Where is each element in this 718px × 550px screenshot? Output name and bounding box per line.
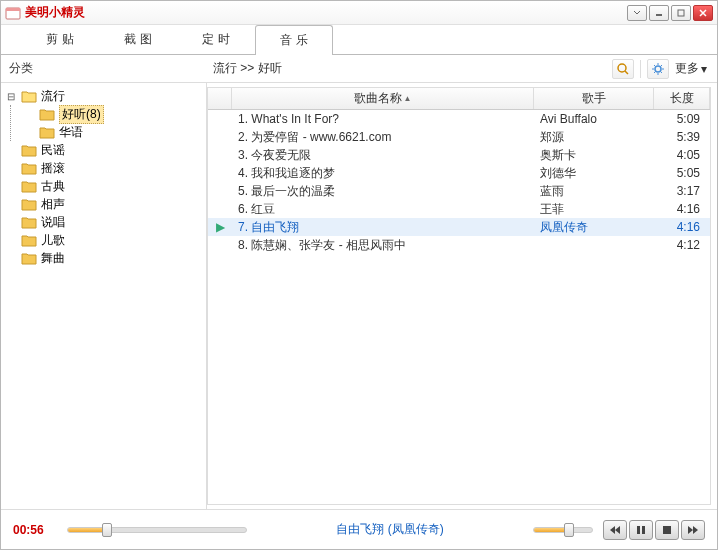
folder-icon xyxy=(21,215,37,229)
playback-time: 00:56 xyxy=(13,523,57,537)
search-button[interactable] xyxy=(612,59,634,79)
song-row[interactable]: 1. What's In It For?Avi Buffalo5:09 xyxy=(208,110,710,128)
tree-label: 华语 xyxy=(59,124,83,141)
svg-rect-1 xyxy=(6,8,20,11)
song-list: 1. What's In It For?Avi Buffalo5:092. 为爱… xyxy=(208,110,710,504)
tree-item[interactable]: 民谣 xyxy=(1,141,206,159)
song-artist: Avi Buffalo xyxy=(534,112,654,126)
toolbar: 分类 流行 >> 好听 更多▾ xyxy=(1,55,717,83)
playing-icon: ▶ xyxy=(208,220,232,234)
song-length: 5:05 xyxy=(654,166,710,180)
maximize-button[interactable] xyxy=(671,5,691,21)
svg-rect-7 xyxy=(642,526,645,534)
tree-item[interactable]: 好听(8) xyxy=(19,105,206,123)
next-button[interactable] xyxy=(681,520,705,540)
chevron-down-icon: ▾ xyxy=(701,62,707,76)
folder-icon xyxy=(21,197,37,211)
dropdown-button[interactable] xyxy=(627,5,647,21)
svg-rect-2 xyxy=(656,14,662,16)
folder-icon xyxy=(21,89,37,103)
player-bar: 00:56 自由飞翔 (凤凰传奇) xyxy=(1,509,717,549)
tree-label: 民谣 xyxy=(41,142,65,159)
sort-asc-icon: ▲ xyxy=(404,94,412,103)
tree-item[interactable]: 华语 xyxy=(19,123,206,141)
song-name: 6. 红豆 xyxy=(232,201,534,218)
category-tree: ⊟流行好听(8)华语民谣摇滚古典相声说唱儿歌舞曲 xyxy=(1,83,207,509)
song-length: 4:16 xyxy=(654,202,710,216)
song-length: 5:39 xyxy=(654,130,710,144)
tree-item[interactable]: 说唱 xyxy=(1,213,206,231)
song-row[interactable]: 8. 陈慧娴、张学友 - 相思风雨中4:12 xyxy=(208,236,710,254)
titlebar: 美明小精灵 xyxy=(1,1,717,25)
song-artist: 郑源 xyxy=(534,129,654,146)
song-artist: 王菲 xyxy=(534,201,654,218)
svg-rect-6 xyxy=(637,526,640,534)
song-row[interactable]: 6. 红豆王菲4:16 xyxy=(208,200,710,218)
more-dropdown[interactable]: 更多▾ xyxy=(675,60,707,77)
song-list-panel: 歌曲名称▲ 歌手 长度 1. What's In It For?Avi Buff… xyxy=(207,87,711,505)
song-name: 7. 自由飞翔 xyxy=(232,219,534,236)
song-length: 3:17 xyxy=(654,184,710,198)
song-length: 5:09 xyxy=(654,112,710,126)
song-row[interactable]: 3. 今夜爱无限奥斯卡4:05 xyxy=(208,146,710,164)
tree-label: 说唱 xyxy=(41,214,65,231)
folder-icon xyxy=(21,179,37,193)
col-name[interactable]: 歌曲名称▲ xyxy=(232,88,534,109)
song-artist: 凤凰传奇 xyxy=(534,219,654,236)
tree-item[interactable]: 舞曲 xyxy=(1,249,206,267)
tab-2[interactable]: 定 时 xyxy=(177,24,255,54)
now-playing-label: 自由飞翔 (凤凰传奇) xyxy=(257,521,523,538)
tab-3[interactable]: 音 乐 xyxy=(255,25,333,55)
song-row[interactable]: 4. 我和我追逐的梦刘德华5:05 xyxy=(208,164,710,182)
tree-label: 摇滚 xyxy=(41,160,65,177)
svg-point-4 xyxy=(618,64,626,72)
song-length: 4:16 xyxy=(654,220,710,234)
tree-label: 舞曲 xyxy=(41,250,65,267)
pause-button[interactable] xyxy=(629,520,653,540)
prev-button[interactable] xyxy=(603,520,627,540)
tree-label: 好听(8) xyxy=(59,105,104,124)
volume-slider[interactable] xyxy=(533,527,593,533)
tree-label: 相声 xyxy=(41,196,65,213)
stop-button[interactable] xyxy=(655,520,679,540)
tree-item[interactable]: 儿歌 xyxy=(1,231,206,249)
tree-label: 流行 xyxy=(41,88,65,105)
col-play[interactable] xyxy=(208,88,232,109)
svg-rect-3 xyxy=(678,10,684,16)
folder-icon xyxy=(39,125,55,139)
app-icon xyxy=(5,5,21,21)
main-tabs: 剪 贴截 图定 时音 乐 xyxy=(1,25,717,55)
folder-icon xyxy=(21,143,37,157)
app-title: 美明小精灵 xyxy=(25,4,627,21)
svg-rect-8 xyxy=(663,526,671,534)
progress-slider[interactable] xyxy=(67,527,247,533)
song-artist: 奥斯卡 xyxy=(534,147,654,164)
song-row[interactable]: 5. 最后一次的温柔蓝雨3:17 xyxy=(208,182,710,200)
song-length: 4:12 xyxy=(654,238,710,252)
tree-item[interactable]: ⊟流行 xyxy=(1,87,206,105)
tree-item[interactable]: 摇滚 xyxy=(1,159,206,177)
minimize-button[interactable] xyxy=(649,5,669,21)
breadcrumb: 流行 >> 好听 xyxy=(207,60,612,77)
tree-item[interactable]: 相声 xyxy=(1,195,206,213)
folder-icon xyxy=(21,251,37,265)
col-artist[interactable]: 歌手 xyxy=(534,88,654,109)
song-name: 1. What's In It For? xyxy=(232,112,534,126)
collapse-icon: ⊟ xyxy=(5,91,17,102)
tree-label: 儿歌 xyxy=(41,232,65,249)
settings-button[interactable] xyxy=(647,59,669,79)
tab-0[interactable]: 剪 贴 xyxy=(21,24,99,54)
song-name: 5. 最后一次的温柔 xyxy=(232,183,534,200)
song-name: 4. 我和我追逐的梦 xyxy=(232,165,534,182)
col-length[interactable]: 长度 xyxy=(654,88,710,109)
song-artist: 刘德华 xyxy=(534,165,654,182)
song-row[interactable]: 2. 为爱停留 - www.6621.com郑源5:39 xyxy=(208,128,710,146)
close-button[interactable] xyxy=(693,5,713,21)
song-name: 3. 今夜爱无限 xyxy=(232,147,534,164)
svg-point-5 xyxy=(655,66,661,72)
song-artist: 蓝雨 xyxy=(534,183,654,200)
song-name: 2. 为爱停留 - www.6621.com xyxy=(232,129,534,146)
tab-1[interactable]: 截 图 xyxy=(99,24,177,54)
tree-item[interactable]: 古典 xyxy=(1,177,206,195)
song-row[interactable]: ▶7. 自由飞翔凤凰传奇4:16 xyxy=(208,218,710,236)
